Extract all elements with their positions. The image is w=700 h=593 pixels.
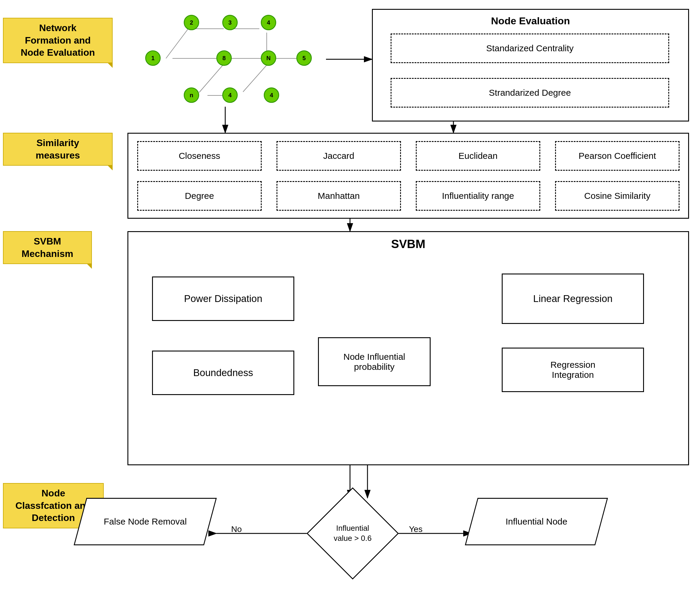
similarity-closeness: Closeness	[137, 141, 262, 171]
network-node-4: 4	[261, 15, 276, 30]
network-node-5: 5	[296, 50, 312, 66]
similarity-jaccard: Jaccard	[276, 141, 401, 171]
label-network-formation: Network Formation and Node Evaluation	[3, 18, 113, 63]
similarity-euclidean: Euclidean	[416, 141, 540, 171]
linear-regression-box: Linear Regression	[502, 274, 644, 324]
no-label: No	[231, 524, 242, 534]
standardized-centrality-box: Standarized Centrality	[391, 34, 669, 63]
yes-label: Yes	[409, 524, 423, 534]
standardized-degree-box: Strandarized Degree	[391, 78, 669, 108]
similarity-pearson: Pearson Coefficient	[555, 141, 679, 171]
node-influential-probability-box: Node Influential probability	[318, 337, 431, 386]
label-similarity: Similarity measures	[3, 133, 113, 166]
network-node-4b: 4	[222, 87, 238, 103]
influential-node-text: Influential Node	[506, 517, 567, 527]
svbm-section: SVBM Power Dissipation Boundedness Node …	[127, 231, 689, 465]
similarity-section: Closeness Jaccard Euclidean Pearson Coef…	[127, 133, 689, 219]
network-node-8: 8	[216, 50, 232, 66]
network-node-3: 3	[222, 15, 238, 30]
network-node-n: n	[184, 87, 199, 103]
false-node-removal-text: False Node Removal	[104, 517, 187, 527]
network-graph-area: 2 3 4 1 8 N 5 n 4 4	[127, 9, 335, 119]
similarity-degree: Degree	[137, 181, 262, 211]
similarity-influentiality: Influentiality range	[416, 181, 540, 211]
decision-diamond-container: Influential value > 0.6	[314, 495, 391, 572]
page-container: Network Formation and Node Evaluation 2 …	[0, 0, 700, 593]
influential-node: Influential Node	[465, 498, 608, 545]
network-node-N: N	[261, 50, 276, 66]
power-dissipation-box: Power Dissipation	[152, 276, 294, 321]
boundedness-box: Boundedness	[152, 351, 294, 395]
svbm-title: SVBM	[391, 237, 426, 251]
network-node-1: 1	[145, 50, 161, 66]
decision-diamond-text: Influential value > 0.6	[326, 523, 379, 544]
node-evaluation-section: Node Evaluation Standarized Centrality S…	[372, 9, 689, 121]
label-svbm: SVBM Mechanism	[3, 231, 92, 264]
network-node-4c: 4	[264, 87, 279, 103]
similarity-cosine: Cosine Similarity	[555, 181, 679, 211]
similarity-manhattan: Manhattan	[276, 181, 401, 211]
false-node-removal: False Node Removal	[74, 498, 217, 545]
network-node-2: 2	[184, 15, 199, 30]
node-evaluation-title: Node Evaluation	[491, 15, 570, 27]
regression-integration-box: Regression Integration	[502, 348, 644, 392]
